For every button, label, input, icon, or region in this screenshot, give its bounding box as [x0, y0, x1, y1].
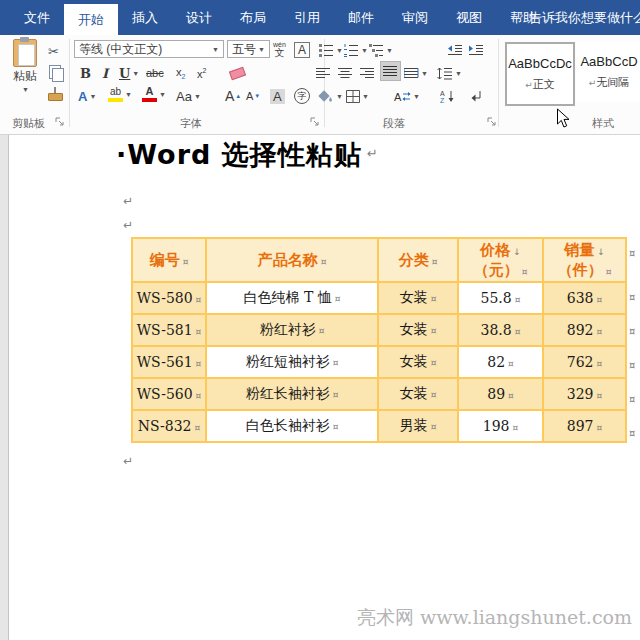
paste-button[interactable]: 粘贴 ▼	[5, 39, 45, 111]
table-cell[interactable]: 男装¤	[378, 410, 458, 442]
bold-button[interactable]: B	[80, 63, 91, 83]
table-cell[interactable]: NS-832¤	[132, 410, 206, 442]
table-header-cell[interactable]: 价格↓（元）¤	[458, 238, 543, 282]
table-cell[interactable]: 82¤	[458, 346, 543, 378]
table-cell[interactable]: 女装¤	[378, 378, 458, 410]
italic-button[interactable]: I	[102, 63, 108, 83]
character-border-button[interactable]: A	[294, 40, 310, 60]
font-size-combo[interactable]: 五号 ▼	[227, 40, 270, 58]
ribbon-tab-8[interactable]: 审阅	[388, 0, 442, 35]
strikethrough-button[interactable]: abc	[146, 63, 164, 83]
document-title[interactable]: ·Word 选择性粘贴	[116, 137, 362, 173]
table-cell[interactable]: 892¤	[543, 314, 626, 346]
style-card-1[interactable]: AaBbCcDc↵正文	[505, 42, 575, 106]
phonetic-guide-button[interactable]: wén 文	[273, 39, 286, 59]
table-cell[interactable]: 38.8¤	[458, 314, 543, 346]
tell-me-box[interactable]: 告诉我你想要做什么	[524, 0, 640, 35]
svg-text:A: A	[440, 90, 445, 97]
table-cell[interactable]: WS-581¤	[132, 314, 206, 346]
text-effects-button[interactable]: A ▼	[78, 86, 96, 106]
table-cell[interactable]: 女装¤	[378, 282, 458, 314]
shrink-font-button[interactable]: A▼	[246, 86, 260, 106]
ribbon-tab-7[interactable]: 邮件	[334, 0, 388, 35]
style-card-2[interactable]: AaBbCcD↵无间隔	[576, 42, 640, 102]
table-cell[interactable]: 女装¤	[378, 346, 458, 378]
table-cell[interactable]: 55.8¤	[458, 282, 543, 314]
clipboard-dialog-launcher[interactable]	[55, 117, 65, 127]
align-center-icon	[338, 67, 353, 80]
subscript-button[interactable]: x2	[176, 63, 185, 83]
increase-indent-button[interactable]	[468, 40, 484, 60]
shading-button[interactable]: ▼	[317, 86, 343, 106]
page-margin-strip	[0, 135, 9, 640]
ribbon-tab-2[interactable]: 开始	[64, 4, 118, 35]
ribbon-tab-1[interactable]: 文件	[10, 0, 64, 35]
font-color-button[interactable]: A ▼	[142, 84, 166, 104]
end-of-cell-mark: ¤	[431, 358, 437, 368]
asian-layout-button[interactable]: A ▼	[394, 86, 420, 106]
copy-button[interactable]	[49, 62, 61, 82]
underline-button[interactable]: U ▼	[119, 63, 139, 83]
ribbon-tab-9[interactable]: 视图	[442, 0, 496, 35]
clear-formatting-button[interactable]	[228, 63, 245, 83]
table-row: WS-561¤粉红短袖衬衫¤女装¤82¤762¤	[132, 346, 626, 378]
cut-button[interactable]: ✂	[48, 41, 59, 61]
table-cell[interactable]: 198¤	[458, 410, 543, 442]
table-cell[interactable]: 897¤	[543, 410, 626, 442]
font-dialog-launcher[interactable]	[310, 117, 320, 127]
table-cell[interactable]: WS-580¤	[132, 282, 206, 314]
table-cell[interactable]: 白色长袖衬衫¤	[206, 410, 378, 442]
highlight-button[interactable]: ab ▼	[108, 84, 132, 104]
numbered-list-button[interactable]: ▼	[343, 40, 368, 60]
chevron-down-icon: ▼	[455, 70, 462, 77]
table-cell[interactable]: WS-560¤	[132, 378, 206, 410]
sort-button[interactable]: AZ	[440, 86, 455, 106]
table-header-cell[interactable]: 分类¤	[378, 238, 458, 282]
table-cell[interactable]: 粉红短袖衬衫¤	[206, 346, 378, 378]
font-color-icon: A	[142, 86, 157, 102]
justify-button[interactable]	[380, 61, 401, 81]
change-case-button[interactable]: Aa ▼	[176, 86, 201, 106]
borders-button[interactable]: ▼	[346, 86, 369, 106]
distribute-button[interactable]: ▼	[404, 63, 428, 83]
document-area[interactable]: ·Word 选择性粘贴 ↵ ↵ ↵ 编号¤产品名称¤分类¤价格↓（元）¤销量↓（…	[0, 135, 640, 640]
table-cell[interactable]: 329¤	[543, 378, 626, 410]
table-header-cell[interactable]: 编号¤	[132, 238, 206, 282]
multilevel-list-button[interactable]: ▼	[368, 40, 393, 60]
paragraph-group-label: 段落	[383, 116, 405, 131]
format-painter-button[interactable]	[48, 83, 63, 103]
decrease-indent-button[interactable]	[447, 40, 463, 60]
distribute-icon	[404, 67, 419, 80]
end-of-cell-mark: ¤	[196, 295, 202, 305]
ribbon-tab-3[interactable]: 插入	[118, 0, 172, 35]
table-cell[interactable]: 638¤	[543, 282, 626, 314]
paragraph-dialog-launcher[interactable]	[487, 117, 497, 127]
superscript-button[interactable]: x2	[197, 63, 206, 83]
table-header-cell[interactable]: 销量↓（件）¤	[543, 238, 626, 282]
table-cell[interactable]: 白色纯棉 T 恤¤	[206, 282, 378, 314]
end-of-cell-mark: ¤	[597, 295, 603, 305]
ribbon-tab-5[interactable]: 布局	[226, 0, 280, 35]
align-left-button[interactable]	[316, 63, 331, 83]
table-cell[interactable]: 女装¤	[378, 314, 458, 346]
ribbon-tab-6[interactable]: 引用	[280, 0, 334, 35]
align-center-button[interactable]	[338, 63, 353, 83]
table-cell[interactable]: 762¤	[543, 346, 626, 378]
paste-label: 粘贴	[13, 68, 37, 85]
enclose-characters-button[interactable]: 字	[294, 86, 310, 106]
table-cell[interactable]: 粉红长袖衬衫¤	[206, 378, 378, 410]
character-shading-button[interactable]: A	[270, 86, 285, 106]
align-right-button[interactable]	[360, 63, 375, 83]
bullet-list-button[interactable]: ▼	[318, 40, 343, 60]
table-cell[interactable]: WS-561¤	[132, 346, 206, 378]
pilcrow-icon: ↵	[525, 80, 533, 90]
line-spacing-button[interactable]: ▼	[437, 63, 462, 83]
table-cell[interactable]: 粉红衬衫¤	[206, 314, 378, 346]
grow-font-button[interactable]: A▲	[225, 86, 241, 106]
table-header-cell[interactable]: 产品名称¤	[206, 238, 378, 282]
table-cell[interactable]: 89¤	[458, 378, 543, 410]
font-name-combo[interactable]: 等线 (中文正文) ▼	[74, 40, 224, 58]
product-table[interactable]: 编号¤产品名称¤分类¤价格↓（元）¤销量↓（件）¤ WS-580¤白色纯棉 T …	[131, 237, 627, 443]
ribbon-tab-4[interactable]: 设计	[172, 0, 226, 35]
show-marks-button[interactable]	[469, 86, 482, 106]
